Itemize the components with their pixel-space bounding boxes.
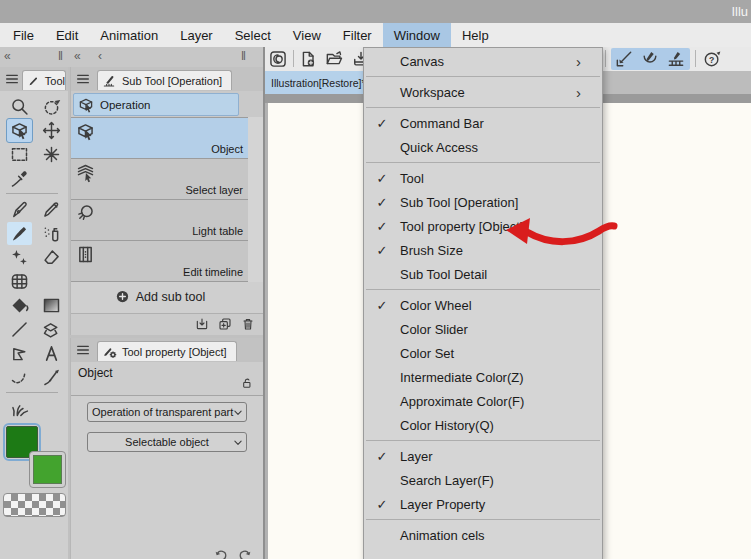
auto-select-tool[interactable] bbox=[39, 143, 64, 166]
menubar-item-filter[interactable]: Filter bbox=[332, 23, 383, 47]
eraser-tool[interactable] bbox=[39, 246, 64, 269]
gradient-tool[interactable] bbox=[39, 294, 64, 317]
line-tool[interactable] bbox=[7, 318, 32, 341]
tab-tool[interactable]: Tool bbox=[22, 70, 66, 90]
airbrush-tool[interactable] bbox=[39, 222, 64, 245]
window-menu-item-approximate-color-f[interactable]: Approximate Color(F) bbox=[364, 389, 602, 413]
zoom-tool[interactable] bbox=[7, 95, 32, 118]
figure-tool[interactable] bbox=[39, 318, 64, 341]
menubar-item-window[interactable]: Window bbox=[383, 23, 451, 47]
snap-to-special-ruler-icon[interactable] bbox=[640, 49, 660, 69]
window-menu-item-color-set[interactable]: Color Set bbox=[364, 341, 602, 365]
delete-subtool-icon[interactable] bbox=[240, 316, 256, 332]
menubar-item-file[interactable]: File bbox=[2, 23, 45, 47]
window-menu-item-command-bar[interactable]: ✓Command Bar bbox=[364, 111, 602, 135]
subtool-item-edit-timeline[interactable]: Edit timeline bbox=[71, 241, 249, 282]
pen-icon bbox=[27, 74, 41, 88]
menu-separator bbox=[366, 440, 600, 441]
edit-timeline-icon bbox=[75, 244, 96, 265]
subtool-group-operation[interactable]: Operation bbox=[73, 93, 239, 116]
add-subtool-button[interactable]: Add sub tool bbox=[71, 289, 249, 304]
window-menu-item-color-wheel[interactable]: ✓Color Wheel bbox=[364, 293, 602, 317]
window-menu-item-quick-access[interactable]: Quick Access bbox=[364, 135, 602, 159]
tab-subtool-operation[interactable]: Sub Tool [Operation] bbox=[97, 70, 232, 90]
polyline-tool[interactable] bbox=[7, 342, 32, 365]
menubar-item-select[interactable]: Select bbox=[224, 23, 282, 47]
subtool-item-object[interactable]: Object bbox=[71, 118, 249, 159]
selectable-object-value: Selectable object bbox=[125, 436, 209, 448]
tab-tool-property[interactable]: Tool property [Object] bbox=[97, 341, 237, 361]
move-tool[interactable] bbox=[39, 119, 64, 142]
pen-tool[interactable] bbox=[7, 198, 32, 221]
clip-studio-icon[interactable] bbox=[268, 49, 288, 69]
window-menu-item-animation-cels[interactable]: Animation cels bbox=[364, 523, 602, 547]
sub-color-swatch[interactable] bbox=[29, 451, 66, 488]
panel-menu-icon[interactable] bbox=[74, 342, 92, 358]
pencil-tool[interactable] bbox=[39, 198, 64, 221]
new-file-icon[interactable] bbox=[298, 49, 318, 69]
collapse-panel-icon[interactable]: « bbox=[74, 49, 81, 63]
help-icon[interactable]: ? bbox=[702, 49, 722, 69]
window-menu-item-color-slider[interactable]: Color Slider bbox=[364, 317, 602, 341]
subtool-item-light-table[interactable]: Light table bbox=[71, 200, 249, 241]
window-menu-item-search-layer-f[interactable]: Search Layer(F) bbox=[364, 468, 602, 492]
snap-to-ruler-icon[interactable] bbox=[614, 49, 634, 69]
correct-line-tool-icon bbox=[41, 367, 62, 388]
panel-handle-icon[interactable]: ‖ bbox=[241, 49, 246, 63]
lock-open-icon[interactable] bbox=[239, 375, 254, 390]
subtool-scroll-track[interactable] bbox=[248, 117, 263, 282]
transparent-color-swatch[interactable] bbox=[3, 493, 66, 517]
correct-line-tool[interactable] bbox=[39, 366, 64, 389]
frame-border-tool[interactable] bbox=[7, 366, 32, 389]
window-titlebar: Illu bbox=[0, 0, 751, 23]
window-menu-item-layer-property[interactable]: ✓Layer Property bbox=[364, 492, 602, 516]
reset-settings-icon[interactable] bbox=[213, 548, 229, 559]
menubar-item-edit[interactable]: Edit bbox=[45, 23, 89, 47]
subtool-item-select-layer[interactable]: Select layer bbox=[71, 159, 249, 200]
menu-item-label: Sub Tool [Operation] bbox=[400, 195, 602, 210]
chevron-down-icon bbox=[233, 408, 243, 418]
duplicate-subtool-icon[interactable] bbox=[217, 316, 233, 332]
check-icon: ✓ bbox=[364, 219, 400, 234]
menu-item-label: Color Set bbox=[400, 346, 602, 361]
import-subtool-icon[interactable] bbox=[194, 316, 210, 332]
decoration-tool[interactable] bbox=[7, 246, 32, 269]
window-menu-item-sub-tool-detail[interactable]: Sub Tool Detail bbox=[364, 262, 602, 286]
window-menu-item-workspace[interactable]: Workspace› bbox=[364, 80, 602, 104]
open-file-icon[interactable] bbox=[324, 49, 344, 69]
marquee-tool[interactable] bbox=[7, 143, 32, 166]
collapse-panel-icon[interactable]: « bbox=[4, 49, 11, 63]
brush-tool[interactable] bbox=[7, 222, 32, 245]
transparent-part-dropdown[interactable]: Operation of transparent part bbox=[87, 402, 247, 422]
menubar-item-animation[interactable]: Animation bbox=[89, 23, 169, 47]
window-menu-item-canvas[interactable]: Canvas› bbox=[364, 49, 602, 73]
reset-all-settings-icon[interactable] bbox=[237, 548, 253, 559]
selectable-object-dropdown[interactable]: Selectable object bbox=[87, 432, 247, 452]
menubar-item-view[interactable]: View bbox=[282, 23, 332, 47]
grass-tool[interactable] bbox=[7, 397, 32, 420]
eyedropper-tool[interactable] bbox=[7, 167, 32, 190]
snap-to-grid-icon[interactable] bbox=[666, 49, 686, 69]
window-menu-item-intermediate-color-z[interactable]: Intermediate Color(Z) bbox=[364, 365, 602, 389]
subtool-group-row: Operation bbox=[71, 91, 263, 117]
panel-menu-icon[interactable] bbox=[3, 71, 21, 87]
collapse-panel-icon[interactable]: ‹ bbox=[98, 49, 102, 63]
document-tab[interactable]: Illustration[Restore]* bbox=[265, 71, 372, 94]
subtool-item-label: Select layer bbox=[186, 184, 243, 196]
text-tool[interactable] bbox=[39, 342, 64, 365]
line-tool-icon bbox=[9, 319, 30, 340]
panel-collapse-strip: « ‖ « ‹ ‖ bbox=[0, 47, 263, 67]
window-menu-item-layer[interactable]: ✓Layer bbox=[364, 444, 602, 468]
panel-handle-icon[interactable]: ‖ bbox=[58, 49, 63, 63]
blend-tool[interactable] bbox=[7, 270, 32, 293]
menubar-item-layer[interactable]: Layer bbox=[169, 23, 224, 47]
window-menu-item-color-history-q[interactable]: Color History(Q) bbox=[364, 413, 602, 437]
window-menu-item-sub-tool-operation[interactable]: ✓Sub Tool [Operation] bbox=[364, 190, 602, 214]
menubar-item-help[interactable]: Help bbox=[451, 23, 500, 47]
fill-tool[interactable] bbox=[7, 294, 32, 317]
rotate-tool[interactable] bbox=[39, 95, 64, 118]
window-menu-item-tool[interactable]: ✓Tool bbox=[364, 166, 602, 190]
operation-tool[interactable] bbox=[7, 119, 32, 142]
pen-tool-icon bbox=[9, 199, 30, 220]
panel-menu-icon[interactable] bbox=[74, 71, 92, 87]
